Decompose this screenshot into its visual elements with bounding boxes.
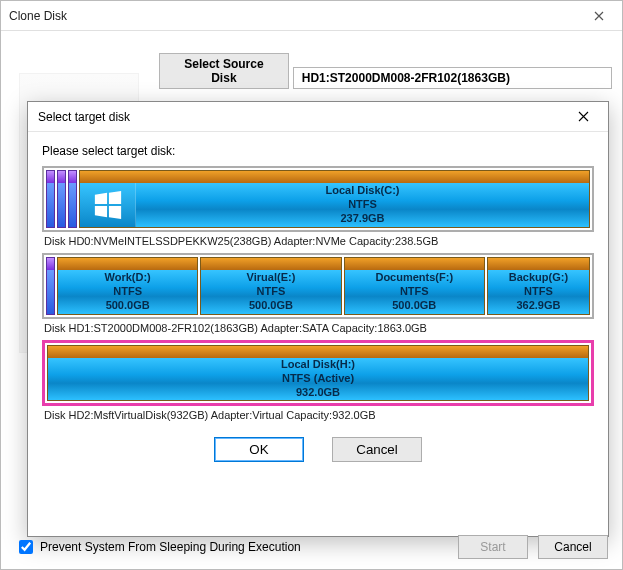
partition-c: Local Disk(C:) NTFS 237.9GB xyxy=(79,170,590,228)
partition-size: 500.0GB xyxy=(106,299,150,313)
close-icon xyxy=(578,111,589,122)
partition-name: Documents(F:) xyxy=(375,271,453,285)
disk-caption: Disk HD1:ST2000DM008-2FR102(1863GB) Adap… xyxy=(42,319,594,334)
partition-size: 500.0GB xyxy=(392,299,436,313)
partition-reserved xyxy=(68,170,77,228)
prevent-sleep-option[interactable]: Prevent System From Sleeping During Exec… xyxy=(15,537,301,557)
partition-reserved xyxy=(46,170,55,228)
partition-fs: NTFS xyxy=(524,285,553,299)
source-row: Select Source Disk HD1:ST2000DM008-2FR10… xyxy=(159,53,612,89)
partition-name: Backup(G:) xyxy=(509,271,568,285)
cancel-button[interactable]: Cancel xyxy=(332,437,422,462)
dialog-button-row: OK Cancel xyxy=(42,437,594,462)
partition-fs: NTFS (Active) xyxy=(282,372,354,386)
prevent-sleep-label: Prevent System From Sleeping During Exec… xyxy=(40,540,301,554)
partition-reserved xyxy=(46,257,55,315)
bottom-bar: Prevent System From Sleeping During Exec… xyxy=(1,525,622,569)
ok-button[interactable]: OK xyxy=(214,437,304,462)
partition-fs: NTFS xyxy=(257,285,286,299)
partition-f: Documents(F:) NTFS 500.0GB xyxy=(344,257,485,315)
parent-title: Clone Disk xyxy=(9,9,67,23)
start-button[interactable]: Start xyxy=(458,535,528,559)
partition-fs: NTFS xyxy=(400,285,429,299)
partition-e: Virual(E:) NTFS 500.0GB xyxy=(200,257,341,315)
parent-body: Select Source Disk HD1:ST2000DM008-2FR10… xyxy=(1,31,622,569)
disk-caption: Disk HD2:MsftVirtualDisk(932GB) Adapter:… xyxy=(42,406,594,421)
dialog-prompt: Please select target disk: xyxy=(42,144,594,158)
select-target-disk-dialog: Select target disk Please select target … xyxy=(27,101,609,537)
disk-bar: Work(D:) NTFS 500.0GB Virual(E:) NTFS 50… xyxy=(42,253,594,319)
dialog-title: Select target disk xyxy=(38,110,130,124)
dialog-titlebar: Select target disk xyxy=(28,102,608,132)
close-icon xyxy=(594,11,604,21)
disk-bar: Local Disk(H:) NTFS (Active) 932.0GB xyxy=(42,340,594,406)
select-source-disk-button[interactable]: Select Source Disk xyxy=(159,53,289,89)
partition-name: Local Disk(C:) xyxy=(326,184,400,198)
partition-d: Work(D:) NTFS 500.0GB xyxy=(57,257,198,315)
prevent-sleep-checkbox[interactable] xyxy=(19,540,33,554)
partition-name: Local Disk(H:) xyxy=(281,358,355,372)
partition-h: Local Disk(H:) NTFS (Active) 932.0GB xyxy=(47,345,589,401)
dialog-body: Please select target disk: L xyxy=(28,132,608,472)
partition-reserved xyxy=(57,170,66,228)
partition-size: 237.9GB xyxy=(340,212,384,226)
partition-g: Backup(G:) NTFS 362.9GB xyxy=(487,257,590,315)
partition-name: Virual(E:) xyxy=(247,271,296,285)
partition-name: Work(D:) xyxy=(105,271,151,285)
partition-size: 500.0GB xyxy=(249,299,293,313)
partition-size: 362.9GB xyxy=(516,299,560,313)
parent-titlebar: Clone Disk xyxy=(1,1,622,31)
disk-bar: Local Disk(C:) NTFS 237.9GB xyxy=(42,166,594,232)
target-disk-1[interactable]: Work(D:) NTFS 500.0GB Virual(E:) NTFS 50… xyxy=(42,253,594,334)
target-disk-0[interactable]: Local Disk(C:) NTFS 237.9GB Disk HD0:NVM… xyxy=(42,166,594,247)
parent-close-button[interactable] xyxy=(582,5,616,27)
partition-size: 932.0GB xyxy=(296,386,340,400)
target-disk-2[interactable]: Local Disk(H:) NTFS (Active) 932.0GB Dis… xyxy=(42,340,594,421)
parent-cancel-button[interactable]: Cancel xyxy=(538,535,608,559)
windows-logo-icon xyxy=(80,183,136,227)
partition-fs: NTFS xyxy=(348,198,377,212)
source-disk-field: HD1:ST2000DM008-2FR102(1863GB) xyxy=(293,67,612,89)
disk-caption: Disk HD0:NVMeINTELSSDPEKKW25(238GB) Adap… xyxy=(42,232,594,247)
partition-fs: NTFS xyxy=(113,285,142,299)
dialog-close-button[interactable] xyxy=(566,106,600,128)
